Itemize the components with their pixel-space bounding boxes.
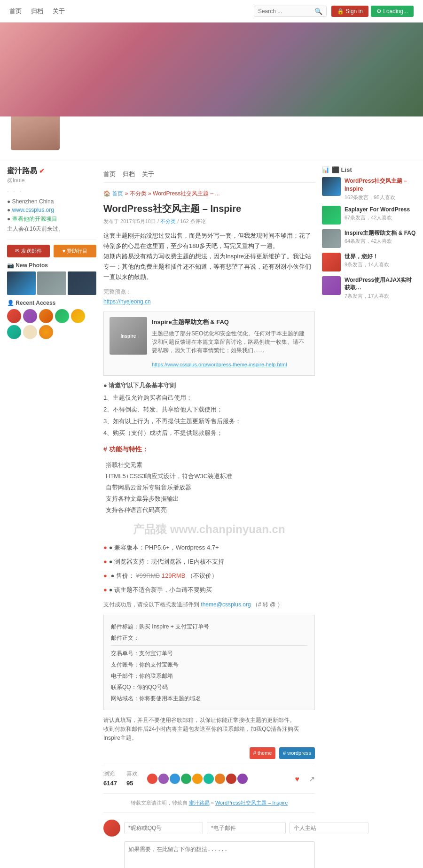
article-intro: 这套主题刚开始没想过要出售，而是另外写一套，但我发现时间不够用；花了特别多的心思… [103,231,315,282]
new-photos-title: 📷 New Photos [7,262,96,269]
access-avatar-7[interactable] [23,325,37,339]
search-box: 🔍 [254,6,327,17]
feature-list: 搭载社交元素 HTML5+CSS3响应式设计，符合W3C装遵标准 自带网易云音乐… [103,460,315,515]
photo-thumb-2[interactable] [37,271,66,295]
payment-field-4: 电子邮件：你的联系邮箱 [111,670,307,682]
preview-url-link[interactable]: https://hyejeong.cn [103,298,151,305]
search-input[interactable] [258,8,314,15]
list-item-1-meta: 162条发言，95人喜欢 [345,194,416,201]
compat-row: ●● 兼容版本：PHP5.6+，Wordpress 4.7+ [103,542,315,553]
list-item-4-title[interactable]: 世界，您好！ [345,253,416,261]
views-stat: 浏览 6147 [103,769,117,789]
breadcrumb-current: WordPress社交风主题 – ... [153,190,219,197]
home-icon: 🏠 [103,190,110,197]
profile-last-seen: 主人会在16天前来过。 [7,225,96,233]
comment-email-input[interactable] [207,822,286,834]
liker-avatar-4[interactable] [181,774,191,784]
tag-theme[interactable]: # theme [250,747,276,759]
share-icon[interactable]: ↗ [309,773,315,785]
list-thumb-4[interactable] [322,253,341,271]
sidebar-profile: 蜜汁路易 ✔ @louie · · · ● Shenzhen China ● w… [7,166,96,240]
access-avatar-6[interactable] [7,325,21,339]
nav-links: 首页 归档 关于 [9,7,65,16]
photo-thumb-1[interactable] [7,271,36,295]
bar-chart-icon: 📊 [322,166,329,173]
nav-archive[interactable]: 归档 [31,7,43,16]
comment-nickname-input[interactable] [124,822,203,834]
tag-wordpress[interactable]: # wordpress [279,747,315,759]
access-avatar-3[interactable] [39,309,53,323]
loading-button[interactable]: ⚙ Loading... [371,6,414,17]
liker-avatar-6[interactable] [204,774,214,784]
list-item-3-title[interactable]: Inspire主题帮助文档 & FAQ [345,229,416,237]
list-thumb-2[interactable] [322,206,341,225]
subnav-home[interactable]: 首页 [103,170,116,178]
watermark-area: 产品猿 www.chanpinyuan.cn [103,520,315,539]
payment-email[interactable]: theme@cssplus.org [201,601,251,608]
access-avatar-1[interactable] [7,309,21,323]
inspire-box: Inspire Inspire主题帮助文档 & FAQ 主题已做了部分SEO优化… [103,311,315,376]
sidebar: 蜜汁路易 ✔ @louie · · · ● Shenzhen China ● w… [7,166,96,868]
liker-avatar-2[interactable] [158,774,169,784]
list-thumb-3[interactable] [322,229,341,248]
likes-count: 95 [126,780,133,787]
article-comments: 162 条评论 [180,218,205,224]
payment-box: 邮件标题：购买 Inspire + 支付宝订单号 邮件正文： 交易单号：支付宝订… [103,615,315,710]
liker-avatar-7[interactable] [215,774,225,784]
photo-thumb-3[interactable] [68,271,96,295]
send-mail-button[interactable]: ✉ 发送邮件 [7,245,50,257]
top-nav: 首页 归档 关于 🔍 🔒 Sign in ⚙ Loading... [0,0,423,23]
list-item-1: WordPress社交风主题 – Inspire 162条发言，95人喜欢 [322,177,416,201]
breadcrumb-home[interactable]: 首页 [112,190,123,197]
list-thumb-5[interactable] [322,276,341,295]
list-item-5: WordPress使用AJAX实时获取… 7条发言，17人喜欢 [322,276,416,300]
tag-row: # theme # wordpress [103,747,315,759]
access-avatar-2[interactable] [23,309,37,323]
comment-textarea[interactable] [124,841,315,868]
heart-icon[interactable]: ♥ [295,773,300,785]
nav-about[interactable]: 关于 [53,7,65,16]
access-avatar-8[interactable] [39,325,53,339]
comment-author-row [103,820,315,837]
list-thumb-1[interactable] [322,177,341,196]
payment-field-0: 邮件标题：购买 Inspire + 支付宝订单号 [111,621,307,632]
inspire-box-link[interactable]: https://www.cssplus.org/wordpress-theme-… [152,362,287,367]
breadcrumb-category: 不分类 [130,190,147,197]
liker-avatar-8[interactable] [226,774,236,784]
reprint-title-link[interactable]: WordPress社交风主题 – Inspire [215,800,288,806]
feature-3: 自带网易云音乐专辑音乐播放器 [106,482,315,493]
list-item-2-meta: 67条发言，42人喜欢 [345,214,416,221]
subnav-archive[interactable]: 归档 [123,170,135,178]
rule-2: 2、不得倒卖、转发、共享给他人下载使用； [103,404,315,415]
payment-field-5: 联系QQ：你的QQ号码 [111,682,307,693]
article-body: 这套主题刚开始没想过要出售，而是另外写一套，但我发现时间不够用；花了特别多的心思… [103,231,315,807]
sponsor-button[interactable]: ♥ 赞助行目 [54,245,96,257]
rules-title: ● 请遵守以下几条基本守则 [103,380,315,391]
subnav-about[interactable]: 关于 [142,170,154,178]
search-button[interactable]: 🔍 [314,8,322,15]
liker-avatar-1[interactable] [147,774,157,784]
list-item-5-title[interactable]: WordPress使用AJAX实时获取… [345,276,416,292]
liker-avatar-5[interactable] [192,774,203,784]
rules-section: ● 请遵守以下几条基本守则 1、主题仅允许购买者自己使用； 2、不得倒卖、转发、… [103,380,315,438]
liker-avatar-3[interactable] [170,774,180,784]
profile-website: ● www.cssplus.org [7,207,96,213]
rule-4: 4、购买（支付）成功后，不提供退款服务； [103,428,315,438]
article-title: WordPress社交风主题 – Inspire [103,202,315,215]
list-item-2-title[interactable]: Eaplayer For WordPress [345,206,416,214]
preview-link-wrap: 完整预览： https://hyejeong.cn [103,287,315,306]
breadcrumb: 🏠 首页 » 不分类 » WordPress社交风主题 – ... [103,190,315,198]
article-category[interactable]: 不分类 [160,218,176,224]
list-item-3: Inspire主题帮助文档 & FAQ 64条发言，42人喜欢 [322,229,416,248]
list-item-5-meta: 7条发言，17人喜欢 [345,293,416,300]
signin-button[interactable]: 🔒 Sign in [331,6,368,17]
access-avatar-4[interactable] [55,309,69,323]
recent-access-grid [7,309,96,339]
list-item-1-title[interactable]: WordPress社交风主题 – Inspire [345,177,416,193]
nav-home[interactable]: 首页 [9,7,22,16]
hero-banner [0,23,423,116]
new-photos-grid [7,271,96,295]
access-avatar-5[interactable] [71,309,85,323]
reprint-from[interactable]: 蜜汁路易 [189,800,210,806]
liker-avatar-9[interactable] [237,774,248,784]
